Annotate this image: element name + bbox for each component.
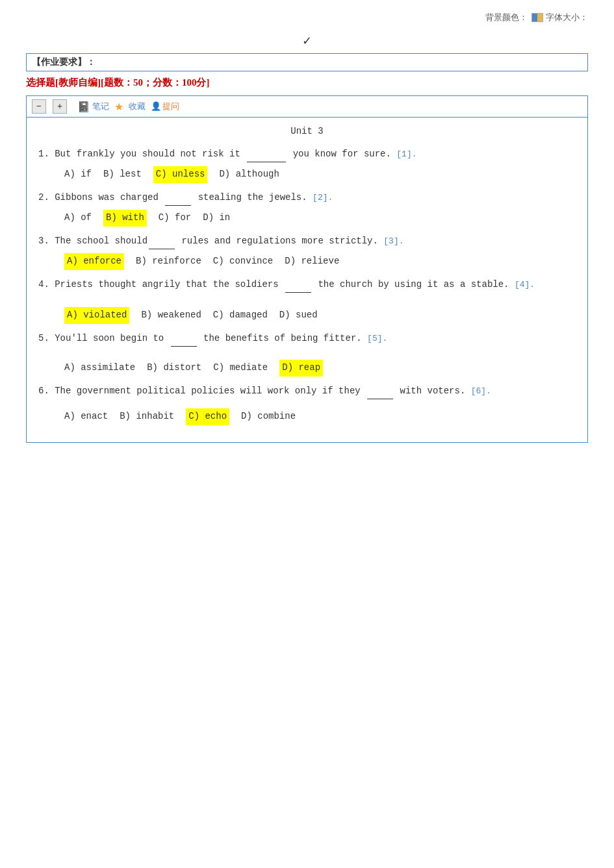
question-6: 6. The government political policies wil… <box>38 383 576 425</box>
unit-title: Unit 3 <box>38 124 576 140</box>
option-3-b[interactable]: B) reinforce <box>136 254 201 269</box>
option-3-d[interactable]: D) relieve <box>285 254 339 269</box>
options-row-3: A) enforce B) reinforce C) convince D) r… <box>64 253 576 270</box>
collect-label[interactable]: 收藏 <box>129 101 146 112</box>
question-5-text: 5. You'll soon begin to the benefits of … <box>38 330 576 347</box>
option-6-b[interactable]: B) inhabit <box>120 409 174 425</box>
option-6-c[interactable]: C) echo <box>186 408 229 425</box>
option-1-b[interactable]: B) lest <box>103 167 142 182</box>
option-6-a[interactable]: A) enact <box>64 409 108 425</box>
ref-5: [5]. <box>367 334 387 343</box>
option-1-a[interactable]: A) if <box>64 167 92 182</box>
option-6-d[interactable]: D) combine <box>241 409 296 425</box>
user-icon-img: 👤 <box>151 101 161 112</box>
option-1-d[interactable]: D) although <box>219 167 279 182</box>
question-3-text: 3. The school should rules and regulatio… <box>38 233 576 249</box>
option-4-b[interactable]: B) weakened <box>141 308 201 323</box>
option-5-d[interactable]: D) reap <box>279 360 323 377</box>
blank-3 <box>149 240 175 249</box>
question-2-text: 2. Gibbons was charged stealing the jewe… <box>38 190 576 206</box>
blank-5 <box>171 338 197 347</box>
question-1: 1. But frankly you should not risk it yo… <box>38 146 576 183</box>
font-size-label: 字体大小： <box>546 12 588 23</box>
question-label: 提问 <box>162 101 179 112</box>
cursor-area: ✓ <box>0 30 614 51</box>
homework-req-label: 【作业要求】： <box>32 56 96 68</box>
top-bar: 背景颜色： 字体大小： <box>0 0 614 30</box>
toolbar-row: − + 📓 笔记 ★ 收藏 👤 提问 <box>27 96 587 118</box>
homework-req-input[interactable] <box>99 57 582 68</box>
question-4-text: 4. Priests thought angrily that the sold… <box>38 277 576 293</box>
notebook-icon: 📓 <box>77 101 90 113</box>
option-1-c[interactable]: C) unless <box>153 166 208 183</box>
content-area: Unit 3 1. But frankly you should not ris… <box>27 118 587 442</box>
options-row-1: A) if B) lest C) unless D) although <box>64 166 576 183</box>
options-row-6: A) enact B) inhabit C) echo D) combine <box>64 408 576 425</box>
option-2-d[interactable]: D) in <box>203 210 230 226</box>
color-box-icon[interactable] <box>531 13 543 22</box>
notebook-action[interactable]: 📓 笔记 <box>77 101 109 113</box>
option-5-b[interactable]: B) distort <box>147 360 201 376</box>
question-6-text: 6. The government political policies wil… <box>38 383 576 399</box>
option-5-c[interactable]: C) mediate <box>213 360 268 376</box>
cursor-icon: ✓ <box>302 34 312 48</box>
user-action[interactable]: 👤 提问 <box>151 101 179 112</box>
option-4-c[interactable]: C) damaged <box>213 308 268 323</box>
blank-6 <box>367 390 393 399</box>
options-row-4: A) violated B) weakened C) damaged D) su… <box>64 307 576 324</box>
star-icon[interactable]: ★ <box>114 101 123 113</box>
blank-4 <box>285 284 311 293</box>
question-1-text: 1. But frankly you should not risk it yo… <box>38 146 576 162</box>
option-2-a[interactable]: A) of <box>64 210 92 226</box>
options-row-5: A) assimilate B) distort C) mediate D) r… <box>64 360 576 377</box>
option-4-a[interactable]: A) violated <box>64 307 129 324</box>
question-5: 5. You'll soon begin to the benefits of … <box>38 330 576 377</box>
bg-color-label: 背景颜色： <box>485 12 528 23</box>
blank-2 <box>165 197 191 206</box>
option-3-a[interactable]: A) enforce <box>64 253 124 270</box>
option-2-b[interactable]: B) with <box>103 210 147 227</box>
collapse-button[interactable]: − <box>32 99 46 114</box>
toolbar-actions: 📓 笔记 ★ 收藏 👤 提问 <box>77 101 179 113</box>
option-4-d[interactable]: D) sued <box>279 308 318 323</box>
ref-1: [1]. <box>396 149 416 159</box>
option-5-a[interactable]: A) assimilate <box>64 360 135 376</box>
expand-button[interactable]: + <box>53 99 67 114</box>
ref-2: [2]. <box>313 193 333 203</box>
question-3: 3. The school should rules and regulatio… <box>38 233 576 270</box>
notebook-label: 笔记 <box>92 101 109 112</box>
homework-req-row: 【作业要求】： <box>26 53 588 71</box>
question-2: 2. Gibbons was charged stealing the jewe… <box>38 190 576 227</box>
ref-4: [4]. <box>515 280 535 290</box>
option-3-c[interactable]: C) convince <box>213 254 273 269</box>
main-box: − + 📓 笔记 ★ 收藏 👤 提问 Unit 3 1. But frankly… <box>26 95 588 443</box>
ref-6: [6]. <box>471 386 491 396</box>
question-4: 4. Priests thought angrily that the sold… <box>38 277 576 324</box>
options-row-2: A) of B) with C) for D) in <box>64 210 576 227</box>
section-title: 选择题[教师自编][题数：50；分数：100分] <box>26 77 588 89</box>
ref-3: [3]. <box>383 236 403 246</box>
option-2-c[interactable]: C) for <box>159 210 191 226</box>
blank-1 <box>247 153 286 162</box>
